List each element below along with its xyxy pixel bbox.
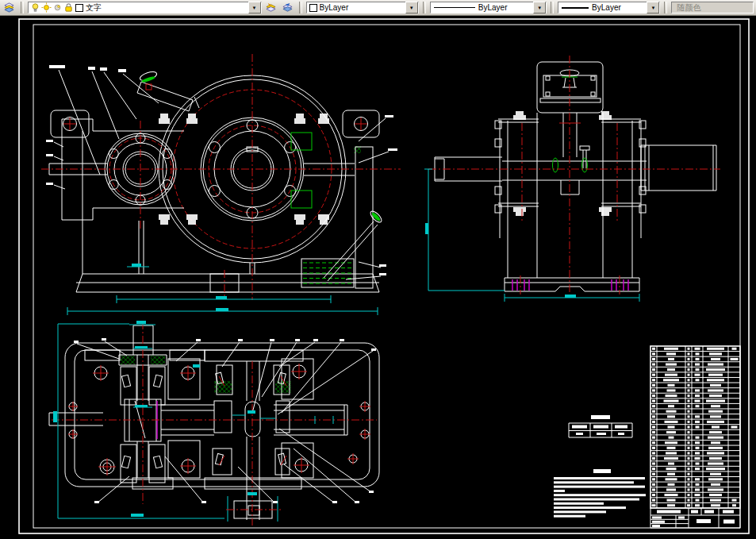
lock-icon[interactable] [63, 2, 74, 13]
color-combo-dropdown-arrow[interactable]: ▼ [405, 2, 418, 13]
shaft-end-detail [226, 496, 282, 522]
section-view [49, 321, 379, 526]
side-view [424, 56, 720, 302]
bulb-icon[interactable] [30, 2, 40, 13]
linetype-combo-dropdown-arrow[interactable]: ▼ [533, 2, 546, 13]
color-swatch [309, 4, 317, 12]
layers-icon [4, 2, 14, 13]
title-block [650, 508, 740, 528]
toolbar-separator [423, 2, 426, 13]
layer-manager-button[interactable] [2, 0, 17, 15]
lineweight-combo[interactable]: ByLayer ▼ [558, 2, 660, 13]
current-layer-name: 文字 [86, 2, 247, 13]
drawing-canvas[interactable] [0, 16, 756, 539]
front-view [41, 54, 401, 315]
bom-table [650, 346, 740, 508]
current-linetype-name: ByLayer [478, 2, 532, 13]
toolbar-separator [551, 2, 554, 13]
plotstyle-combo: 随颜色 [671, 2, 754, 13]
layer-combo-dropdown-arrow[interactable]: ▼ [248, 2, 261, 13]
layer-combo[interactable]: 文字 ▼ [28, 2, 262, 13]
toolbar-separator [664, 2, 667, 13]
current-color-name: ByLayer [320, 2, 404, 13]
toolbar-separator [299, 2, 302, 13]
layer-properties-toolbar: 文字 ▼ ByLayer ▼ ByLayer [0, 0, 756, 16]
tech-notes [554, 469, 646, 518]
layer-previous-button[interactable] [281, 0, 295, 15]
paper-frame [19, 19, 749, 533]
toolbar-separator [21, 2, 24, 13]
side-view-dimensions [424, 169, 639, 302]
make-object-layer-current-button[interactable] [264, 0, 278, 15]
application-window: 文字 ▼ ByLayer ▼ ByLayer [0, 0, 756, 539]
layers-back-icon [282, 2, 293, 13]
current-lineweight-name: ByLayer [592, 2, 645, 13]
lineweight-line-glyph [562, 7, 589, 9]
sun-icon[interactable] [41, 2, 52, 13]
lineweight-combo-dropdown-arrow[interactable]: ▼ [647, 2, 659, 13]
spec-table [569, 415, 632, 437]
layers-arrow-icon [266, 2, 276, 13]
color-combo[interactable]: ByLayer ▼ [306, 2, 419, 13]
layer-color-swatch [75, 4, 83, 12]
callout-leaders [46, 65, 397, 279]
front-view-dimensions [67, 264, 378, 315]
linetype-line-glyph [434, 7, 475, 8]
viewport-freeze-icon[interactable] [52, 2, 63, 13]
linetype-combo[interactable]: ByLayer ▼ [430, 2, 547, 13]
current-plotstyle-name: 随颜色 [673, 2, 753, 13]
